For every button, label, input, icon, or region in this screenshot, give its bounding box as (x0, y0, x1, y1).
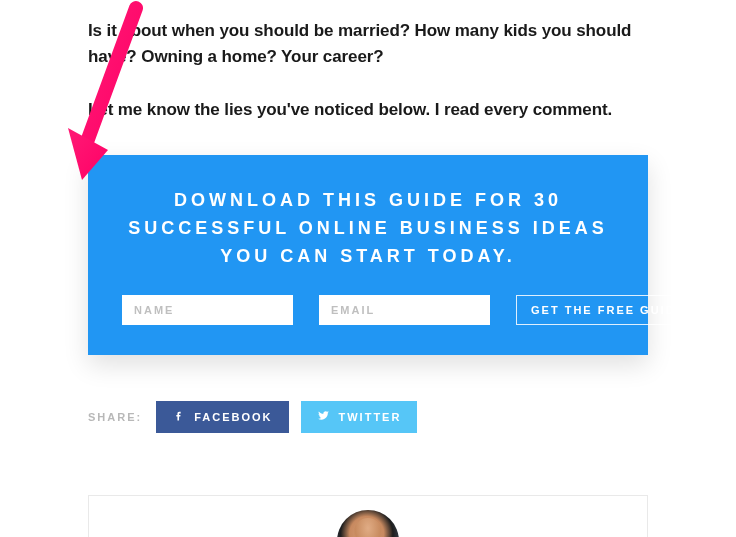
share-twitter-label: TWITTER (339, 411, 402, 423)
get-guide-button[interactable]: GET THE FREE GUIDE! (516, 295, 706, 325)
article-paragraph: Is it about when you should be married? … (88, 18, 648, 71)
article-paragraph: Let me know the lies you've noticed belo… (88, 97, 648, 123)
share-label: SHARE: (88, 411, 142, 423)
optin-form: GET THE FREE GUIDE! (122, 295, 614, 325)
share-twitter-button[interactable]: TWITTER (301, 401, 418, 433)
optin-headline: DOWNLOAD THIS GUIDE FOR 30 SUCCESSFUL ON… (122, 187, 614, 271)
share-facebook-label: FACEBOOK (194, 411, 272, 423)
twitter-icon (317, 409, 330, 424)
author-avatar (337, 510, 399, 537)
author-card (88, 495, 648, 537)
facebook-icon (172, 409, 185, 424)
optin-box: DOWNLOAD THIS GUIDE FOR 30 SUCCESSFUL ON… (88, 155, 648, 355)
share-facebook-button[interactable]: FACEBOOK (156, 401, 288, 433)
email-input[interactable] (319, 295, 490, 325)
share-row: SHARE: FACEBOOK TWITTER (88, 401, 648, 433)
name-input[interactable] (122, 295, 293, 325)
